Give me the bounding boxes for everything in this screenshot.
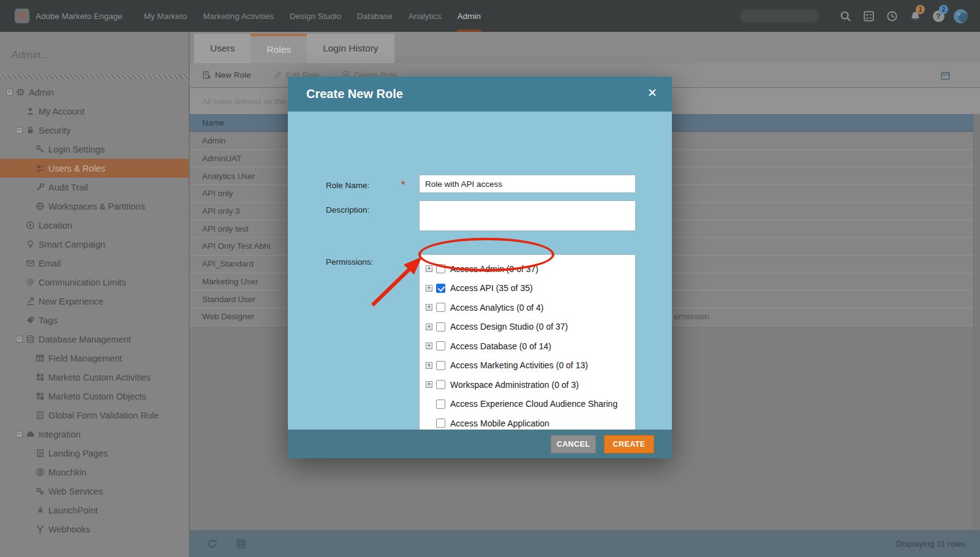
permission-label: Access Marketing Activities (0 of 13)	[450, 360, 588, 370]
compass-icon	[26, 221, 35, 230]
nav-item[interactable]: Admin	[450, 0, 489, 32]
role-name-label: Role Name:	[326, 181, 369, 190]
permission-label: Access Design Studio (0 of 37)	[450, 322, 568, 332]
sidebar-item[interactable]: Users & Roles	[0, 159, 189, 178]
db-icon	[26, 335, 35, 344]
permission-row: Access Design Studio (0 of 37)	[426, 317, 635, 337]
permission-row: Access Mobile Application	[426, 414, 635, 430]
sidebar-item[interactable]: Global Form Validation Rule	[0, 406, 189, 425]
refresh-icon[interactable]	[207, 539, 217, 549]
sidebar-item[interactable]: LaunchPoint	[0, 501, 189, 520]
sidebar-tree: Admin My Account Security Login Settings	[0, 79, 189, 539]
sidebar-item[interactable]: Field Management	[0, 349, 189, 368]
description-input[interactable]	[419, 200, 636, 231]
sidebar-item-label: Global Form Validation Rule	[48, 411, 159, 420]
nav-item[interactable]: Database	[349, 0, 401, 32]
create-button[interactable]: CREATE	[604, 435, 654, 453]
permission-checkbox[interactable]	[436, 380, 445, 389]
table-scrollbar[interactable]	[973, 114, 980, 530]
sidebar-item-label: Webhooks	[48, 525, 90, 534]
role-name-input[interactable]	[419, 175, 636, 193]
user-avatar[interactable]	[954, 9, 968, 23]
sidebar-item[interactable]: Munchkin	[0, 463, 189, 482]
calendar-icon[interactable]	[940, 70, 951, 81]
hub-icon	[36, 525, 45, 534]
name-column-header[interactable]: Name	[202, 118, 224, 127]
permission-label: Access Analytics (0 of 4)	[450, 303, 544, 313]
sidebar-item-label: Smart Campaign	[39, 240, 105, 249]
rocket-icon	[36, 506, 45, 515]
permission-checkbox[interactable]	[436, 303, 445, 312]
nav-menu: My MarketoMarketing ActivitiesDesign Stu…	[136, 0, 489, 32]
role-name-cell: API only 3	[202, 207, 240, 216]
checklist-icon[interactable]	[857, 0, 880, 32]
sidebar-filter-text[interactable]: Admin...	[0, 32, 189, 75]
sidebar-item[interactable]: Audit Trail	[0, 178, 189, 197]
permission-label: Access Experience Cloud Audience Sharing	[450, 399, 617, 409]
collapse-icon[interactable]	[16, 431, 23, 438]
newdoc-icon	[202, 70, 211, 80]
tab[interactable]: Users	[194, 34, 251, 63]
top-nav: Adobe Marketo Engage My MarketoMarketing…	[0, 0, 980, 32]
permission-label: Access API (35 of 35)	[450, 283, 533, 293]
expand-icon[interactable]	[426, 343, 432, 349]
close-icon[interactable]: ✕	[647, 87, 657, 99]
nav-item[interactable]: My Marketo	[136, 0, 195, 32]
clock-icon[interactable]	[880, 0, 903, 32]
sidebar-item[interactable]: Smart Campaign	[0, 235, 189, 254]
sidebar-item[interactable]: Marketo Custom Activities	[0, 368, 189, 387]
permission-checkbox[interactable]	[436, 341, 445, 350]
cloud-icon	[26, 430, 35, 439]
required-asterisk: *	[401, 179, 405, 191]
cancel-button[interactable]: CANCEL	[551, 435, 596, 453]
export-grid-icon[interactable]	[236, 539, 246, 549]
nav-item[interactable]: Analytics	[401, 0, 450, 32]
permission-checkbox[interactable]	[436, 361, 445, 370]
mail-icon	[26, 259, 35, 268]
sidebar-item[interactable]: Communication Limits	[0, 273, 189, 292]
collapse-icon[interactable]	[6, 89, 13, 96]
sidebar-item-label: Integration	[39, 430, 81, 439]
permissions-list[interactable]: Access Admin (0 of 37) Access API (35 of…	[419, 254, 636, 430]
tab[interactable]: Login History	[307, 34, 394, 63]
tab[interactable]: Roles	[251, 34, 307, 63]
sidebar-item[interactable]: Login Settings	[0, 140, 189, 159]
sidebar-item[interactable]: Security	[0, 121, 189, 140]
sidebar-item[interactable]: Webhooks	[0, 520, 189, 539]
sidebar-item[interactable]: Workspaces & Partitions	[0, 197, 189, 216]
sidebar-item[interactable]: My Account	[0, 102, 189, 121]
sidebar-item[interactable]: New Experience	[0, 292, 189, 311]
toolbar-button[interactable]: New Role	[202, 70, 251, 80]
permission-checkbox[interactable]	[436, 419, 445, 428]
sidebar-item[interactable]: Email	[0, 254, 189, 273]
sidebar-item[interactable]: Admin	[0, 83, 189, 102]
sidebar-item[interactable]: Integration	[0, 425, 189, 444]
sidebar-item[interactable]: Web Services	[0, 482, 189, 501]
adobe-logo-icon[interactable]	[15, 9, 29, 23]
help-icon[interactable]: ? 2	[927, 0, 950, 32]
nav-item[interactable]: Design Studio	[282, 0, 349, 32]
expand-icon[interactable]	[426, 362, 432, 369]
sidebar-item[interactable]: Location	[0, 216, 189, 235]
sidebar-item-label: New Experience	[39, 297, 104, 306]
permission-row: Access API (35 of 35)	[426, 279, 635, 298]
sidebar-item[interactable]: Landing Pages	[0, 444, 189, 463]
expand-icon[interactable]	[426, 324, 432, 330]
sidebar-item[interactable]: Database Management	[0, 330, 189, 349]
role-name-cell: Web Designer	[202, 312, 254, 321]
permission-row: Access Database (0 of 14)	[426, 336, 635, 356]
permission-checkbox[interactable]	[436, 284, 445, 293]
notifications-bell-icon[interactable]: 1	[903, 0, 927, 32]
collapse-icon[interactable]	[16, 336, 23, 343]
nav-item[interactable]: Marketing Activities	[195, 0, 282, 32]
expand-icon[interactable]	[426, 381, 432, 388]
permission-checkbox[interactable]	[436, 400, 445, 409]
permission-checkbox[interactable]	[436, 322, 445, 332]
search-icon[interactable]	[834, 0, 857, 32]
role-name-cell: Standard User	[202, 295, 255, 304]
collapse-icon[interactable]	[16, 127, 23, 134]
sidebar-item[interactable]: Marketo Custom Objects	[0, 387, 189, 406]
status-text: Displaying 11 roles	[896, 539, 965, 548]
sidebar-item[interactable]: Tags	[0, 311, 189, 330]
help-badge: 2	[939, 5, 948, 14]
